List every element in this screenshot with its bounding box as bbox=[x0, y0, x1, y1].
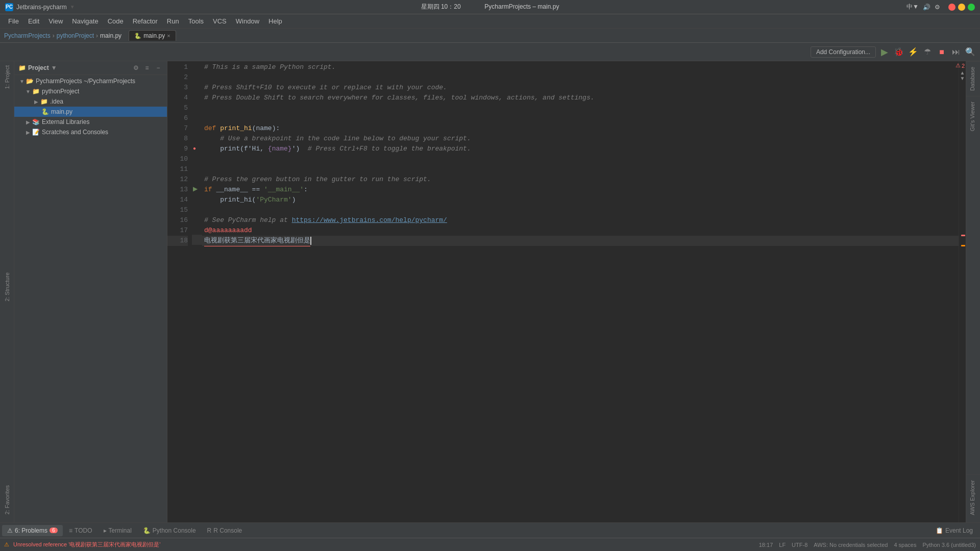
tree-item-extlibs[interactable]: ▶ 📚 External Libraries bbox=[14, 117, 167, 127]
problems-tab[interactable]: ⚠ 6: Problems 6 bbox=[2, 525, 63, 536]
tree-item-mainpy[interactable]: 🐍 main.py bbox=[14, 107, 167, 117]
indent-setting[interactable]: 4 spaces bbox=[894, 542, 916, 548]
menu-edit[interactable]: Edit bbox=[24, 16, 43, 27]
aws-explorer-tab[interactable]: AWS Explorer bbox=[966, 474, 980, 520]
terminal-tab[interactable]: ▸ Terminal bbox=[99, 525, 137, 536]
line-ending[interactable]: LF bbox=[779, 542, 786, 548]
gear-panel-icon[interactable]: ≡ bbox=[142, 63, 152, 72]
python-file-icon: 🐍 bbox=[41, 108, 49, 116]
statusbar: ⚠ Unresolved reference 'Unresolved refer… bbox=[0, 538, 980, 551]
close-btn[interactable] bbox=[948, 4, 955, 11]
warning-icon: ⚠ bbox=[7, 527, 13, 534]
right-sidebar: Database Git's Viewer AWS Explorer bbox=[966, 61, 980, 522]
titlebar-center: 星期四 10：20 PycharmProjects – main.py bbox=[421, 3, 559, 11]
event-log-tab[interactable]: 📋 Event Log bbox=[930, 525, 978, 536]
maximize-btn[interactable] bbox=[968, 4, 975, 11]
tab-label: main.py bbox=[143, 32, 165, 39]
main-layout: 1: Project 2: Structure 2: Favorites 📁 P… bbox=[0, 61, 980, 522]
breadcrumb-root[interactable]: PycharmProjects bbox=[4, 32, 51, 39]
code-line-13: if __name__ == '__main__': bbox=[202, 185, 959, 195]
chinese-text: 电视剧获第三届宋代画家电视剧但是 bbox=[204, 236, 310, 246]
menu-help[interactable]: Help bbox=[264, 16, 286, 27]
cursor-position[interactable]: 18:17 bbox=[759, 542, 773, 548]
gitsviewer-tab[interactable]: Git's Viewer bbox=[966, 96, 980, 136]
menu-vcs[interactable]: VCS bbox=[209, 16, 231, 27]
tree-label-pycharmprojects: PycharmProjects ~/PycharmProjects bbox=[36, 78, 135, 85]
python-version[interactable]: Python 3.6 (untitled3) bbox=[922, 542, 976, 548]
run-button[interactable]: ▶ bbox=[879, 46, 890, 58]
editor-area: 1 2 3 4 5 6 7 8 9 10 11 12 13 14 15 16 1… bbox=[167, 61, 966, 522]
menu-view[interactable]: View bbox=[44, 16, 67, 27]
collapse-panel-icon[interactable]: − bbox=[154, 63, 163, 72]
cursor bbox=[310, 237, 311, 245]
tree-item-scratches[interactable]: ▶ 📝 Scratches and Consoles bbox=[14, 127, 167, 137]
menu-refactor[interactable]: Refactor bbox=[129, 16, 162, 27]
debug-button[interactable]: 🐞 bbox=[893, 46, 904, 58]
tab-close-btn[interactable]: × bbox=[167, 33, 170, 39]
titlebar-left: PC Jetbrains-pycharm ▼ bbox=[5, 3, 75, 11]
editor-content[interactable]: 1 2 3 4 5 6 7 8 9 10 11 12 13 14 15 16 1… bbox=[167, 61, 966, 522]
r-console-tab[interactable]: R R Console bbox=[202, 525, 248, 536]
menu-run[interactable]: Run bbox=[163, 16, 183, 27]
chevron-up-icon[interactable]: ▲ bbox=[960, 70, 965, 76]
menu-file[interactable]: File bbox=[4, 16, 23, 27]
event-log-label: Event Log bbox=[945, 527, 973, 534]
menu-code[interactable]: Code bbox=[104, 16, 128, 27]
structure-tab-label[interactable]: 2: Structure bbox=[2, 268, 12, 306]
tree-label-extlibs: External Libraries bbox=[42, 118, 89, 126]
chevron-right-icon-2: ▶ bbox=[24, 118, 32, 126]
tree-label-mainpy: main.py bbox=[51, 108, 72, 115]
python-icon: 🐍 bbox=[143, 527, 151, 534]
folder-open-icon: 📂 bbox=[26, 77, 34, 85]
menu-navigate[interactable]: Navigate bbox=[68, 16, 102, 27]
ext-libs-icon: 📚 bbox=[32, 118, 40, 126]
scroll-error-1 bbox=[961, 235, 965, 236]
line-numbers: 1 2 3 4 5 6 7 8 9 10 11 12 13 14 15 16 1… bbox=[167, 61, 192, 522]
coverage-button[interactable]: ☂ bbox=[922, 46, 933, 58]
tree-item-pythonproject[interactable]: ▼ 📁 pythonProject bbox=[14, 86, 167, 96]
menu-window[interactable]: Window bbox=[232, 16, 263, 27]
project-tab-label[interactable]: 1: Project bbox=[2, 61, 12, 93]
minimize-btn[interactable] bbox=[958, 4, 965, 11]
bottom-bar: ⚠ 6: Problems 6 ≡ TODO ▸ Terminal 🐍 Pyth… bbox=[0, 522, 980, 538]
favorites-tab-label[interactable]: 2: Favorites bbox=[2, 481, 12, 518]
ime-indicator[interactable]: 中▼ bbox=[906, 3, 919, 11]
settings-panel-icon[interactable]: ⚙ bbox=[131, 63, 140, 72]
step-button[interactable]: ⏭ bbox=[950, 46, 962, 58]
gutter: ● ▶ bbox=[192, 61, 202, 522]
search-everywhere-button[interactable]: 🔍 bbox=[965, 46, 976, 58]
code-line-16: # See PyCharm help at https://www.jetbra… bbox=[202, 215, 959, 226]
speaker-icon[interactable]: 🔊 bbox=[923, 4, 930, 11]
run-gutter-icon[interactable]: ▶ bbox=[193, 185, 198, 192]
code-line-8: # Use a breakpoint in the code line belo… bbox=[202, 134, 959, 144]
code-line-1: # This is a sample Python script. bbox=[202, 62, 959, 72]
chevron-down-icon: ▼ bbox=[18, 78, 26, 85]
breakpoint-icon[interactable]: ● bbox=[193, 145, 196, 151]
breadcrumb-file[interactable]: main.py bbox=[100, 32, 121, 39]
tree-item-idea[interactable]: ▶ 📁 .idea bbox=[14, 96, 167, 107]
code-line-17: d@aaaaaaaadd bbox=[202, 226, 959, 236]
profile-button[interactable]: ⚡ bbox=[908, 46, 919, 58]
folder-icon: 📁 bbox=[18, 64, 26, 71]
menubar: File Edit View Navigate Code Refactor Ru… bbox=[0, 14, 980, 29]
database-tab[interactable]: Database bbox=[966, 61, 980, 96]
settings-icon[interactable]: ⚙ bbox=[935, 4, 940, 11]
breadcrumb-folder[interactable]: pythonProject bbox=[57, 32, 94, 39]
todo-tab[interactable]: ≡ TODO bbox=[64, 525, 97, 536]
chevron-down-icon-2: ▼ bbox=[24, 88, 32, 95]
add-config-button[interactable]: Add Configuration... bbox=[811, 46, 876, 58]
python-console-label: Python Console bbox=[153, 527, 196, 534]
menu-tools[interactable]: Tools bbox=[184, 16, 208, 27]
tab-mainpy[interactable]: 🐍 main.py × bbox=[129, 30, 176, 41]
project-panel-header: 📁 Project ▼ ⚙ ≡ − bbox=[14, 61, 167, 75]
python-console-tab[interactable]: 🐍 Python Console bbox=[138, 525, 201, 536]
code-line-5 bbox=[202, 103, 959, 113]
chevron-down-icon-scroll[interactable]: ▼ bbox=[960, 76, 965, 81]
aws-status[interactable]: AWS: No credentials selected bbox=[814, 542, 888, 548]
code-editor[interactable]: # This is a sample Python script. # Pres… bbox=[202, 61, 959, 522]
tabbar: PycharmProjects › pythonProject › main.p… bbox=[0, 29, 980, 43]
tree-item-pycharmprojects[interactable]: ▼ 📂 PycharmProjects ~/PycharmProjects bbox=[14, 76, 167, 86]
encoding[interactable]: UTF-8 bbox=[792, 542, 807, 548]
panel-actions: ⚙ ≡ − bbox=[131, 63, 163, 72]
stop-button[interactable]: ■ bbox=[936, 46, 947, 58]
